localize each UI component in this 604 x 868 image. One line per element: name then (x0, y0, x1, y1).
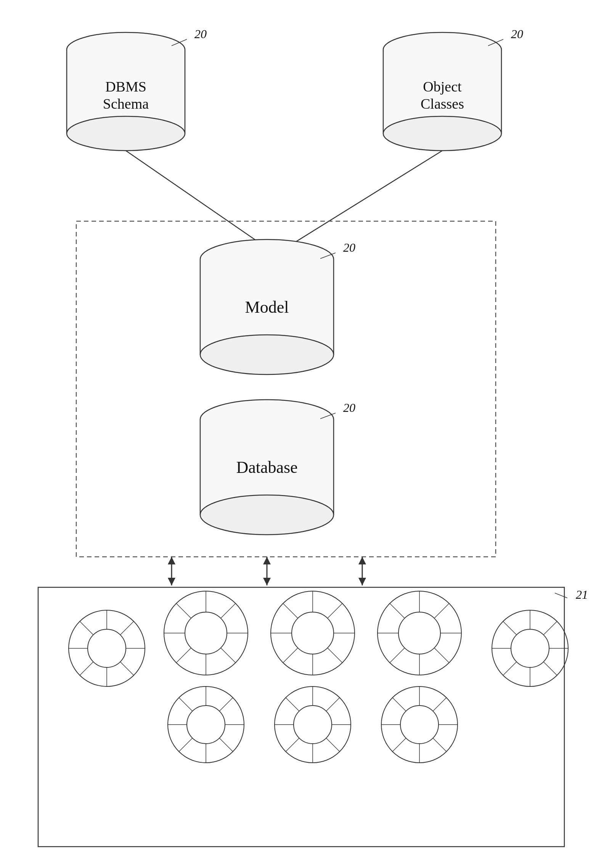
svg-text:Object: Object (423, 79, 462, 95)
svg-line-117 (286, 698, 299, 711)
svg-rect-39 (38, 587, 564, 847)
svg-point-35 (200, 495, 334, 535)
svg-point-72 (292, 612, 334, 654)
svg-text:20: 20 (511, 27, 523, 41)
svg-line-41 (555, 593, 567, 598)
svg-line-78 (328, 648, 342, 663)
svg-line-87 (390, 603, 405, 618)
svg-line-60 (80, 662, 93, 675)
svg-line-18 (126, 151, 267, 248)
svg-marker-47 (263, 578, 271, 585)
svg-line-69 (221, 603, 236, 618)
svg-line-108 (219, 738, 233, 752)
svg-line-118 (326, 738, 340, 752)
svg-line-89 (434, 603, 449, 618)
svg-point-13 (383, 116, 501, 151)
svg-line-97 (503, 621, 517, 635)
svg-marker-43 (168, 557, 175, 564)
svg-line-130 (392, 738, 406, 752)
svg-text:Classes: Classes (421, 96, 464, 112)
svg-point-27 (200, 335, 334, 375)
svg-line-68 (221, 648, 236, 663)
svg-line-58 (120, 662, 134, 675)
svg-line-67 (176, 603, 191, 618)
svg-line-99 (543, 621, 557, 635)
svg-text:20: 20 (194, 27, 207, 41)
svg-marker-50 (358, 578, 366, 585)
svg-line-80 (283, 648, 298, 663)
svg-marker-44 (168, 578, 175, 585)
svg-line-79 (328, 603, 342, 618)
svg-text:Model: Model (245, 298, 289, 317)
svg-line-109 (219, 698, 233, 711)
svg-point-4 (67, 116, 185, 151)
svg-line-88 (434, 648, 449, 663)
svg-text:Schema: Schema (103, 96, 149, 112)
svg-line-129 (433, 698, 447, 711)
svg-line-90 (390, 648, 405, 663)
svg-line-20 (286, 151, 442, 248)
svg-text:20: 20 (343, 401, 355, 415)
svg-marker-46 (263, 557, 271, 564)
svg-line-120 (286, 738, 299, 752)
svg-marker-49 (358, 557, 366, 564)
svg-point-82 (398, 612, 440, 654)
svg-line-100 (503, 662, 517, 675)
svg-line-77 (283, 603, 298, 618)
svg-line-127 (392, 698, 406, 711)
svg-line-119 (326, 698, 340, 711)
svg-text:Database: Database (236, 458, 297, 477)
svg-line-57 (80, 621, 93, 635)
svg-line-98 (543, 662, 557, 675)
svg-line-59 (120, 621, 134, 635)
svg-text:DBMS: DBMS (105, 79, 146, 95)
svg-text:20: 20 (343, 241, 355, 254)
diagram-container: DBMS Schema 20 Object Classes 20 (0, 0, 604, 868)
svg-line-128 (433, 738, 447, 752)
svg-line-110 (179, 738, 193, 752)
architecture-diagram: DBMS Schema 20 Object Classes 20 (0, 0, 604, 868)
svg-line-107 (179, 698, 193, 711)
svg-text:21: 21 (576, 588, 588, 601)
svg-line-70 (176, 648, 191, 663)
svg-point-62 (185, 612, 227, 654)
